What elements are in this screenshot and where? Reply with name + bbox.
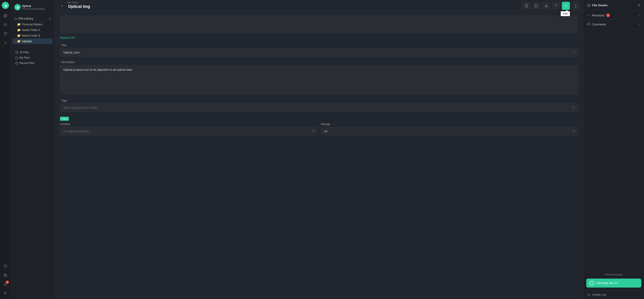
sidebar-item-settings[interactable] <box>1 271 10 279</box>
file-preview <box>60 15 578 33</box>
folder-name-uploads: Uploads <box>22 40 32 43</box>
title-field[interactable]: Optical_Icon T <box>60 48 578 56</box>
svg-point-4 <box>4 23 6 24</box>
edit-tooltip-popup: Edit <box>561 11 570 16</box>
header-actions: Edit ⋮ <box>522 2 580 10</box>
storage-icon <box>572 130 575 133</box>
tag-icon <box>572 106 575 110</box>
svg-point-18 <box>312 130 313 131</box>
workspace-name: Optical <box>22 4 46 8</box>
recent-icon <box>15 62 18 65</box>
folder-name-media-a: Media Folder A <box>22 28 40 32</box>
svg-rect-3 <box>6 16 7 17</box>
confirm-button[interactable] <box>562 2 570 10</box>
tags-input-wrap <box>60 104 578 112</box>
svg-point-10 <box>5 275 6 276</box>
notification-icon[interactable]: 2 <box>1 280 10 288</box>
tag-chip-icon[interactable]: icon <box>60 117 69 121</box>
comments-chevron-icon: ∨ <box>638 23 640 26</box>
folder-uploads[interactable]: 📁 Uploads <box>12 38 52 44</box>
folder-name-financial: Financial Matters <box>22 23 42 26</box>
show-all-activity-link[interactable]: Show All Activity <box>584 270 644 278</box>
sidebar-item-users[interactable] <box>1 21 10 29</box>
storage-label: Storage <box>321 122 578 126</box>
comments-label: Comments <box>592 23 606 26</box>
move-button[interactable] <box>532 2 540 10</box>
delete-button[interactable] <box>522 2 530 10</box>
comments-section: Comments ∨ <box>584 20 644 29</box>
revisions-section: Revisions 1 ∨ <box>584 11 644 20</box>
notification-badge: 2 <box>6 280 9 284</box>
svg-point-8 <box>4 265 7 268</box>
svg-rect-1 <box>6 14 7 16</box>
right-panel: File Details ✕ Revisions 1 ∨ Comments ∨ … <box>583 0 644 299</box>
description-required: * <box>60 60 61 64</box>
icon-bar: ◑ 2 <box>0 0 11 299</box>
revisions-icon <box>587 14 590 17</box>
folder-media-a[interactable]: 📁 Media Folder A <box>12 27 52 33</box>
tags-required: * <box>60 99 61 102</box>
sidebar: ◑ Optical This is a shared playgr... Fil… <box>11 0 54 299</box>
description-label: * Description <box>60 60 578 64</box>
main-header: File Library Optical Img Edit ⋮ <box>54 0 583 12</box>
storage-input-wrap <box>321 127 578 135</box>
breadcrumb: File Library <box>67 1 78 4</box>
comments-header-left: Comments <box>587 23 606 26</box>
right-panel-title: File Details <box>592 4 608 7</box>
description-field[interactable]: Optical product icon to be depicted on a… <box>60 65 578 94</box>
sidebar-item-help[interactable] <box>1 262 10 270</box>
storage-input[interactable] <box>321 127 578 135</box>
location-storage-row: Location Storage <box>60 122 578 140</box>
comments-header[interactable]: Comments ∨ <box>584 20 644 29</box>
close-panel-button[interactable]: ✕ <box>638 3 640 8</box>
edit-tooltip-container: Edit <box>562 2 570 10</box>
app-logo[interactable]: ◑ <box>2 2 9 9</box>
tags-label: * Tags <box>60 99 578 102</box>
filter-button[interactable] <box>552 2 560 10</box>
activity-log-label: Activity Log <box>592 293 606 296</box>
user-avatar[interactable] <box>1 289 10 297</box>
sidebar-item-label-recent: Recent Files <box>20 62 34 65</box>
location-icon <box>312 130 314 133</box>
sidebar-item-recent[interactable]: Recent Files <box>12 60 52 66</box>
folder-media-b[interactable]: 📁 Media Folder B <box>12 33 52 38</box>
revisions-header-left: Revisions 1 <box>587 14 610 17</box>
download-button[interactable] <box>542 2 550 10</box>
sidebar-item-chart[interactable] <box>1 38 10 47</box>
title-value: Optical_Icon <box>63 51 80 54</box>
sidebar-item-my-files[interactable]: My Files <box>12 55 52 60</box>
title-type-icon: T <box>573 51 574 54</box>
sidebar-item-files[interactable] <box>1 30 10 38</box>
file-library-header[interactable]: File Library ∨ <box>12 16 52 22</box>
page-title: Optical Img <box>68 4 90 9</box>
location-label: Location <box>60 122 317 126</box>
main-area: File Library Optical Img Edit ⋮ <box>54 0 583 299</box>
folder-icon-media-b: 📁 <box>17 34 21 37</box>
folder-financial[interactable]: 📁 Financial Matters <box>12 22 52 27</box>
workspace-sub: This is a shared playgr... <box>22 8 46 10</box>
svg-rect-0 <box>4 14 5 16</box>
more-button[interactable]: ⋮ <box>572 2 580 10</box>
storage-section: Storage <box>321 122 578 140</box>
info-icon <box>587 4 590 7</box>
location-input[interactable] <box>60 127 317 135</box>
sidebar-divider <box>11 48 54 48</box>
title-label: * Title <box>60 44 578 47</box>
folder-icon <box>14 17 17 20</box>
sidebar-item-grid[interactable] <box>1 12 10 20</box>
revisions-header[interactable]: Revisions 1 ∨ <box>584 11 644 20</box>
revisions-chevron-icon: ∨ <box>638 14 640 17</box>
activity-log-footer[interactable]: Activity Log <box>584 290 644 299</box>
sidebar-item-all-files[interactable]: All Files <box>12 50 52 55</box>
svg-point-11 <box>5 292 6 293</box>
right-panel-spacer <box>584 29 644 270</box>
tags-input[interactable] <box>60 104 578 112</box>
my-files-icon <box>15 56 18 59</box>
folder-name-media-b: Media Folder B <box>22 34 40 37</box>
comments-icon <box>587 23 590 26</box>
all-files-icon <box>15 51 18 54</box>
sidebar-item-label-all-files: All Files <box>20 51 29 54</box>
upload-progress-bar: ○ Uploading files 1/1 <box>586 278 641 288</box>
back-button[interactable] <box>58 2 66 10</box>
replace-file-link[interactable]: Replace File <box>60 36 75 39</box>
